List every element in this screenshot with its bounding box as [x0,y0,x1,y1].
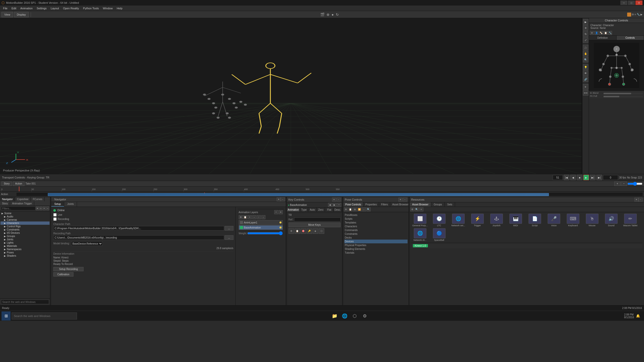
layer-animlayer1[interactable]: AnimLayer1 [239,220,283,225]
taskbar-explorer-btn[interactable]: 📁 [330,311,339,321]
menu-help[interactable]: Help [115,6,125,10]
minimize-button[interactable]: ─ [620,1,627,5]
pose-item-scripts[interactable]: Scripts [344,217,408,221]
nav-tab-fcurves[interactable]: FCurves [31,197,45,201]
tool-move[interactable]: ✛ [583,25,588,31]
kc-add-btn[interactable]: + [337,203,341,207]
anim-layer-close-btn[interactable]: ✕ [279,210,283,214]
pose-item-decks[interactable]: Decks [344,236,408,240]
key-ctrl-5[interactable]: ◈ [313,228,318,234]
timeline-track[interactable] [16,192,643,196]
camera-icon[interactable]: 🎬 [320,13,325,17]
pc-tool-4[interactable]: 🔀 [357,207,361,211]
anim-layer-tool-3[interactable]: + [248,215,252,219]
pc-tool-3[interactable]: ⊞ [353,207,357,211]
pose-item-physical-properties[interactable]: Physical Properties [344,243,408,247]
kc-next-btn[interactable]: ▶ [333,203,337,207]
zoom-out-button[interactable]: − [621,182,627,186]
resource-sound[interactable]: 🔊 Sound [602,214,620,227]
weight-slider[interactable] [247,231,283,235]
pc-close-btn[interactable]: ✕ [398,198,403,202]
resource-mouse[interactable]: 🖱 Mouse [583,214,601,227]
resource-keyboard[interactable]: ⌨ Keyboard [564,214,582,227]
menu-python-tools[interactable]: Python Tools [81,6,101,10]
char-icon-2[interactable]: 👤 [594,31,598,35]
display-button[interactable]: Display [14,12,29,17]
key-ctrl-4[interactable]: 🔑 [307,228,312,234]
menu-layout[interactable]: Layout [49,6,61,10]
pose-item-tutorials[interactable]: Tutorials [344,251,408,255]
start-button[interactable]: ⊞ [2,311,11,321]
taskbar-btn-5[interactable]: ⚙ [360,311,369,321]
res-minimize-btn[interactable]: − [638,198,642,202]
recording-checkbox[interactable] [53,217,57,221]
menu-file[interactable]: File [1,6,10,10]
tree-characters[interactable]: ▶Characters [1,221,50,225]
kc-minimize-btn[interactable]: − [337,198,341,202]
menu-open-reality[interactable]: Open Reality [61,6,81,10]
nav-tab-navigator[interactable]: Navigator [0,197,15,201]
notifications-btn[interactable]: 🔔 [635,311,640,321]
panel-minimize-btn[interactable]: − [281,197,285,201]
windows-search-input[interactable] [1,300,49,304]
tool-scale[interactable]: ⤢ [583,37,588,43]
tree-cameras[interactable]: ▶Cameras [1,218,50,221]
zoom-slider[interactable] [627,182,642,186]
live-checkbox[interactable] [53,213,57,216]
tree-audio[interactable]: ▶Audio [1,215,50,218]
menu-window[interactable]: Window [101,6,115,10]
tab-definition[interactable]: Definition [589,36,617,40]
tree-poses[interactable]: ▶Poses [1,251,50,254]
nav-tab-story[interactable]: Story [0,201,10,206]
res-tool-3[interactable]: ≡ [419,207,423,211]
tool-pan[interactable]: ✋ [583,51,588,56]
story-button[interactable]: Story [2,182,12,186]
tab-asset-browser[interactable]: Asset Browser [390,202,408,207]
view-button[interactable]: View [2,12,13,17]
viewport[interactable]: Viewer [0,18,582,174]
pose-item-constraints[interactable]: Constraints [344,232,408,236]
tab-properties[interactable]: Properties [363,202,379,207]
resource-spaceball[interactable]: 🔵 SpaceBall [430,228,448,241]
target-icon[interactable]: ⊕ [327,13,330,17]
anim-layer-tool-1[interactable]: ⚙ [239,215,243,219]
move-keys-button[interactable]: Move Keys [289,222,341,227]
close-button[interactable]: ✕ [635,1,642,5]
resource-network-set[interactable]: 🌐 Network set... [450,214,467,227]
timeline-ruler[interactable]: 0 50 100 150 200 250 300 350 400 450 500… [0,187,644,192]
resource-voice[interactable]: 🎤 Voice [545,214,563,227]
filter-btn-3[interactable]: + [43,206,46,210]
prev-key-button[interactable]: |◀ [564,175,569,180]
key-ctrl-1[interactable]: ⚙ [289,228,294,234]
play-button[interactable]: ▶ [583,175,589,180]
anim-layer-tool-5[interactable]: ↑ [257,215,261,219]
kinect-badge[interactable]: Kinect 1.0 [413,244,428,247]
char-icon-4[interactable]: 📋 [603,31,608,35]
resource-general-purpose[interactable]: ⬜ General Purp... [411,214,429,227]
setup-tab-joints[interactable]: Joints [64,202,77,207]
recording-path-input[interactable] [53,235,224,240]
tool-snap[interactable]: 🔗 [583,76,588,82]
restore-button[interactable]: □ [628,1,635,5]
taskbar-mb-btn[interactable]: ⬡ [350,311,359,321]
taskbar-search-input[interactable] [12,312,77,320]
resource-trigger[interactable]: ⚡ Trigger [469,214,486,227]
resource-network-client[interactable]: 🌐 Network cli... [411,228,429,241]
tree-scene[interactable]: ▶Scene [1,212,50,215]
res-tool-1[interactable]: ⚙ [410,207,414,211]
char-icon-3[interactable]: 🦴 [599,31,603,35]
resource-joystick[interactable]: 🕹 Joystick [488,214,505,227]
kc-tab-desc[interactable]: Desc. [334,208,342,212]
kc-tab-zero[interactable]: Zero [317,208,325,212]
tree-groups[interactable]: ▶Groups [1,235,50,238]
kc-tab-type[interactable]: Type [300,208,308,212]
resource-script[interactable]: 📄 Script [526,214,544,227]
res-tab-sets[interactable]: Sets [445,202,455,207]
tool-camera[interactable]: 🎥 [583,45,588,50]
tree-constraints[interactable]: ▶Constraints [1,228,50,231]
tool-render[interactable]: 💡 [583,64,588,70]
light-icon[interactable]: ● [332,13,334,17]
tab-controls[interactable]: Controls [617,36,644,40]
filter-btn-4[interactable]: − [46,206,49,210]
tool-rotate[interactable]: ↻ [583,31,588,37]
